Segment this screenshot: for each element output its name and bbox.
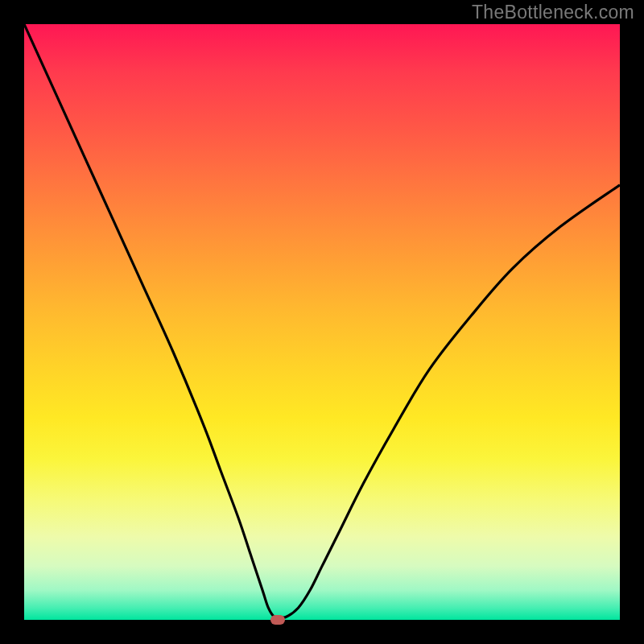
chart-frame: TheBottleneck.com [0, 0, 644, 644]
optimum-marker-icon [270, 615, 285, 625]
plot-area [24, 24, 620, 620]
bottleneck-curve [24, 24, 620, 620]
watermark-text: TheBottleneck.com [472, 2, 634, 23]
